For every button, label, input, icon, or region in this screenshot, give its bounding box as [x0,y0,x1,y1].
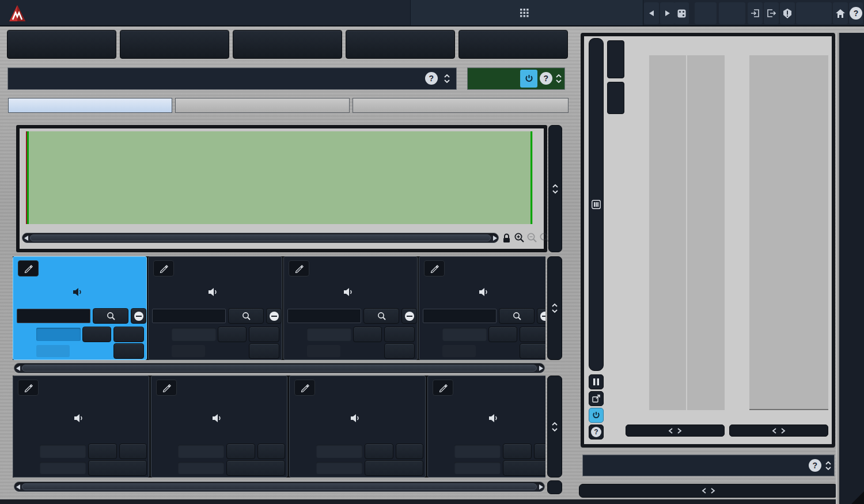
advanced-collapse-spinner[interactable] [442,70,452,86]
home-button[interactable] [833,2,848,24]
tab-compare[interactable] [8,98,172,113]
channel-right-button[interactable] [346,30,455,59]
detect-delay-button[interactable] [365,460,423,476]
gain-value[interactable] [172,328,216,341]
set-gain-button[interactable] [88,444,117,459]
alc-button[interactable] [534,444,545,459]
source-row-scrollbar-thumb[interactable] [22,483,537,490]
channel-diff-button[interactable] [458,30,568,59]
filter-help-button[interactable]: ? [540,72,552,85]
source-row-scrollbar[interactable] [14,482,545,492]
resize-corner-icon[interactable] [851,491,864,504]
meter-mode-strip[interactable] [589,38,604,371]
scroll-right-icon[interactable] [537,482,544,491]
sync-button[interactable] [113,343,144,359]
sync-button[interactable] [249,343,279,359]
random-preset-button[interactable] [674,2,689,24]
scroll-right-icon[interactable] [537,363,544,373]
gain-value[interactable] [442,328,487,341]
right-panel-range-button[interactable] [579,484,838,498]
delay-value[interactable] [40,462,86,474]
filename-field[interactable] [423,309,497,323]
filter-collapse-spinner[interactable] [554,70,563,86]
notifications-button[interactable] [780,2,795,24]
browse-file-button[interactable] [93,308,128,324]
advanced-panel-header[interactable]: ? [8,68,456,89]
tab-generate-source[interactable] [353,98,569,113]
utilities-help-button[interactable]: ? [809,459,821,472]
alc-button[interactable] [384,327,415,342]
file-slot-3[interactable] [283,256,418,360]
edit-button[interactable] [424,260,445,276]
filename-field[interactable] [17,309,90,323]
edit-button[interactable] [153,260,174,276]
remove-file-button[interactable] [537,308,545,324]
import-settings-button[interactable] [748,2,763,24]
sync-button[interactable] [384,343,415,359]
playhead-start-marker[interactable] [27,131,29,224]
set-gain-button[interactable] [82,327,111,342]
end-marker[interactable] [530,131,532,224]
detect-delay-button[interactable] [503,460,545,476]
edit-button[interactable] [18,380,39,396]
scroll-right-icon[interactable] [491,233,498,242]
set-gain-button[interactable] [503,444,532,459]
filter-panel-header[interactable]: ? [468,68,564,89]
alc-button[interactable] [113,327,144,342]
delay-value[interactable] [454,462,501,474]
set-gain-button[interactable] [218,327,247,342]
scroll-left-icon[interactable] [14,482,21,491]
row-resize-corner[interactable] [547,480,562,494]
file-slot-4[interactable] [419,256,545,360]
source-slot-3[interactable] [289,376,426,478]
channel-mid-button[interactable] [7,30,116,59]
channel-left-button[interactable] [233,30,342,59]
settings-button[interactable] [796,2,832,24]
source-slot-4[interactable] [427,376,545,478]
gain-value[interactable] [454,445,501,458]
edit-button[interactable] [156,380,177,396]
meter-help-button[interactable]: ? [589,425,604,439]
gain-value[interactable] [178,445,224,458]
meter-tab-crest[interactable] [607,82,624,114]
delay-value[interactable] [316,462,362,474]
multiparameters-sidebar[interactable] [839,33,864,504]
browse-file-button[interactable] [228,308,264,324]
utilities-collapse-spinner[interactable] [824,457,833,473]
filter-power-button[interactable] [520,70,537,88]
browse-file-button[interactable] [499,308,535,324]
timeline-lock-button[interactable] [502,233,511,243]
waveform-scrollbar[interactable] [22,233,499,243]
file-row-scrollbar-thumb[interactable] [22,365,537,372]
set-gain-button[interactable] [488,327,517,342]
gain-value[interactable] [316,445,362,458]
alc-button[interactable] [249,327,279,342]
next-preset-button[interactable] [660,2,675,24]
file-slot-1[interactable] [13,256,147,360]
browse-file-button[interactable] [363,308,399,324]
meter-pause-button[interactable] [589,374,604,389]
remove-file-button[interactable] [131,308,146,324]
detect-delay-button[interactable] [226,460,285,476]
tab-blind-test[interactable] [175,98,350,113]
channel-side-button[interactable] [120,30,229,59]
help-button[interactable]: ? [849,2,863,24]
zoom-in-button[interactable] [514,232,525,243]
edit-button[interactable] [294,380,315,396]
sync-button[interactable] [520,343,545,359]
source-slot-1[interactable] [13,376,149,478]
alc-button[interactable] [396,444,423,459]
filename-field[interactable] [152,309,226,323]
gain-value[interactable] [307,328,351,341]
scroll-left-icon[interactable] [22,233,29,242]
source-slot-2[interactable] [151,376,287,478]
advanced-help-button[interactable]: ? [425,72,438,85]
utilities-panel-header[interactable]: ? [583,455,834,476]
out-meter-range-button[interactable] [626,425,725,437]
meter-enable-button[interactable] [589,408,604,423]
remove-file-button[interactable] [401,308,417,324]
edit-button[interactable] [18,260,39,276]
alc-button[interactable] [257,444,285,459]
export-settings-button[interactable] [764,2,779,24]
waveform-display[interactable] [26,131,533,224]
